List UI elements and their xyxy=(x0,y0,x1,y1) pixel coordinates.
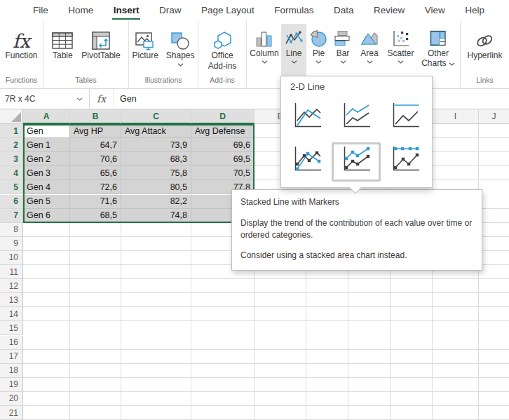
row-header-21[interactable]: 21 xyxy=(0,406,23,420)
column-chart-button[interactable]: Column xyxy=(248,24,280,77)
column-header-I[interactable]: I xyxy=(433,109,479,124)
cell-C4[interactable]: 75,8 xyxy=(121,166,191,180)
column-header-B[interactable]: B xyxy=(70,109,121,124)
cell-C5[interactable]: 80,5 xyxy=(121,180,191,194)
scatter-chart-button[interactable]: Scatter xyxy=(384,24,417,77)
row-header-13[interactable]: 13 xyxy=(0,293,23,307)
cell-C2[interactable]: 73,9 xyxy=(121,138,191,152)
ribbon-group-tables: Table PivotTable Tables xyxy=(43,21,129,88)
row-header-18[interactable]: 18 xyxy=(0,364,23,378)
cell-A4[interactable]: Gen 3 xyxy=(23,166,70,180)
select-all-corner[interactable] xyxy=(0,109,23,124)
row-header-10[interactable]: 10 xyxy=(0,251,23,265)
row-header-3[interactable]: 3 xyxy=(0,152,23,166)
cell-A5[interactable]: Gen 4 xyxy=(23,180,70,194)
row-header-7[interactable]: 7 xyxy=(0,209,23,223)
column-header-C[interactable]: C xyxy=(121,109,191,124)
cell-B7[interactable]: 68,5 xyxy=(70,209,121,223)
tab-insert[interactable]: Insert xyxy=(113,2,140,18)
gallery-item-line-with-markers[interactable] xyxy=(290,144,323,175)
dropdown-section-title: 2-D Line xyxy=(290,81,325,92)
area-chart-button[interactable]: Area xyxy=(355,24,384,77)
cell-A3[interactable]: Gen 2 xyxy=(23,152,70,166)
chevron-down-icon xyxy=(340,60,346,64)
tab-home[interactable]: Home xyxy=(67,2,94,18)
table-button[interactable]: Table xyxy=(48,22,76,62)
column-header-A[interactable]: A xyxy=(23,109,70,124)
pivottable-button[interactable]: PivotTable xyxy=(79,22,123,62)
tooltip-note: Consider using a stacked area chart inst… xyxy=(240,250,473,262)
row-header-14[interactable]: 14 xyxy=(0,307,23,321)
tab-formulas[interactable]: Formulas xyxy=(273,2,314,18)
cell-A2[interactable]: Gen 1 xyxy=(23,138,70,152)
tab-data[interactable]: Data xyxy=(333,2,355,18)
tab-file[interactable]: File xyxy=(32,2,49,18)
row-header-16[interactable]: 16 xyxy=(0,336,23,350)
tab-view[interactable]: View xyxy=(424,2,446,18)
row-header-17[interactable]: 17 xyxy=(0,350,23,364)
function-button[interactable]: fx Function xyxy=(2,22,40,62)
cell-A7[interactable]: Gen 6 xyxy=(23,209,70,223)
bar-chart-button[interactable]: Bar xyxy=(331,24,355,77)
group-label-tables: Tables xyxy=(43,76,128,84)
cell-A6[interactable]: Gen 5 xyxy=(23,195,70,209)
shapes-button[interactable]: Shapes xyxy=(163,22,198,68)
cell-B2[interactable]: 64,7 xyxy=(70,138,121,152)
cell-D1[interactable]: Avg Defense xyxy=(191,124,254,138)
line-chart-icon xyxy=(285,29,304,48)
tooltip-description: Display the trend of the contribution of… xyxy=(240,217,473,241)
tab-review[interactable]: Review xyxy=(373,2,405,18)
pie-chart-button[interactable]: Pie xyxy=(307,24,330,77)
cell-D2[interactable]: 69,6 xyxy=(191,138,254,152)
cell-B4[interactable]: 65,6 xyxy=(70,166,121,180)
row-header-11[interactable]: 11 xyxy=(0,265,23,279)
tab-draw[interactable]: Draw xyxy=(158,2,182,18)
row-header-20[interactable]: 20 xyxy=(0,392,23,406)
cell-C1[interactable]: Avg Attack xyxy=(121,124,191,138)
row-header-8[interactable]: 8 xyxy=(0,223,23,237)
bar-chart-icon xyxy=(334,29,352,48)
cell-C6[interactable]: 82,2 xyxy=(121,195,191,209)
gallery-item-line[interactable] xyxy=(290,101,323,132)
cell-C7[interactable]: 74,8 xyxy=(121,209,191,223)
table-icon xyxy=(51,24,74,50)
chevron-down-icon xyxy=(449,62,455,66)
insert-function-button[interactable]: fx xyxy=(90,89,114,109)
row-header-4[interactable]: 4 xyxy=(0,166,23,180)
cell-B5[interactable]: 72,6 xyxy=(70,180,121,194)
row-header-12[interactable]: 12 xyxy=(0,279,23,293)
cell-D4[interactable]: 70,5 xyxy=(191,166,254,180)
picture-button[interactable]: Picture xyxy=(129,22,161,62)
gallery-item-stacked-line[interactable] xyxy=(339,101,372,132)
cell-A1[interactable]: Gen xyxy=(23,124,70,138)
row-header-19[interactable]: 19 xyxy=(0,378,23,392)
cell-B3[interactable]: 70,6 xyxy=(70,152,121,166)
scatter-chart-icon xyxy=(392,29,410,48)
tab-page-layout[interactable]: Page Layout xyxy=(201,2,255,18)
area-chart-icon xyxy=(360,29,379,48)
tab-help[interactable]: Help xyxy=(464,2,485,18)
gallery-item-100-percent-stacked-line[interactable] xyxy=(388,101,421,132)
row-header-1[interactable]: 1 xyxy=(0,124,23,138)
cell-B1[interactable]: Avg HP xyxy=(70,124,121,138)
ribbon-group-illustrations: Picture Shapes Illustrations xyxy=(129,21,198,88)
gallery-item-100-percent-stacked-line-with-markers[interactable] xyxy=(388,144,421,175)
hyperlink-button[interactable]: Hyperlink xyxy=(464,22,505,62)
other-charts-button[interactable]: Other Charts xyxy=(418,24,459,77)
row-header-15[interactable]: 15 xyxy=(0,321,23,335)
column-header-J[interactable]: J xyxy=(479,109,509,124)
gallery-item-stacked-line-with-markers[interactable] xyxy=(339,144,372,175)
office-addins-button[interactable]: Office Add-ins xyxy=(200,22,245,73)
name-box[interactable]: 7R x 4C xyxy=(0,89,90,109)
line-chart-button[interactable]: Line xyxy=(281,24,306,77)
cell-C3[interactable]: 68,3 xyxy=(121,152,191,166)
column-header-D[interactable]: D xyxy=(191,109,254,124)
cell-B6[interactable]: 71,6 xyxy=(70,195,121,209)
row-header-9[interactable]: 9 xyxy=(0,237,23,251)
group-label-illustrations: Illustrations xyxy=(129,76,198,84)
row-header-2[interactable]: 2 xyxy=(0,138,23,152)
row-header-5[interactable]: 5 xyxy=(0,180,23,194)
row-header-6[interactable]: 6 xyxy=(0,195,23,209)
chevron-down-icon xyxy=(315,60,322,64)
cell-D3[interactable]: 69,5 xyxy=(191,152,254,166)
